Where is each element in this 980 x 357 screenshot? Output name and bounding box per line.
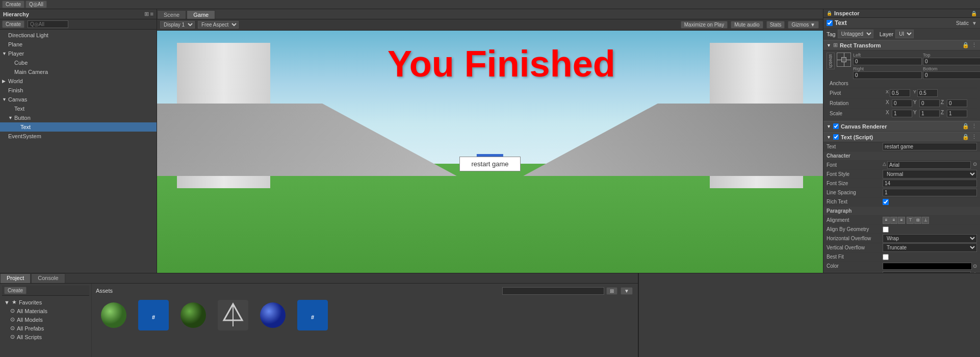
hierarchy-item-button-text[interactable]: Text [0,122,157,132]
rt-left-input[interactable] [853,58,922,65]
hierarchy-item-main-camera[interactable]: Main Camera [0,67,157,76]
assets-view-button[interactable]: ⊞ [606,287,617,295]
text-script-title: Text (Script) [841,134,873,140]
canvas-renderer-checkbox[interactable] [833,123,839,129]
hierarchy-item-finish[interactable]: Finish [0,86,157,95]
create-button[interactable]: Create [2,1,24,8]
asset-thumbnail-unity [218,300,248,330]
text-script-menu-icon[interactable]: ⋮ [971,134,977,140]
scale-x-input[interactable] [892,110,912,117]
rich-text-checkbox[interactable] [883,199,889,205]
rect-transform-lock-icon[interactable]: 🔒 [962,42,969,48]
project-assets-area: Assets ⊞ ▼ [92,284,638,357]
canvas-renderer-section-header[interactable]: ▼ Canvas Renderer 🔒 ⋮ [823,121,980,132]
hierarchy-item-event-system[interactable]: EventSystem [0,132,157,141]
pivot-y-input[interactable] [917,89,938,97]
layer-select[interactable]: UI [895,30,914,38]
text-script-section-header[interactable]: ▼ Text (Script) 🔒 ⋮ [823,132,980,142]
tab-project[interactable]: Project [0,273,31,283]
align-middle-btn[interactable]: ⊟ [914,217,921,224]
align-center-btn[interactable]: ≡ [890,217,897,224]
hierarchy-item-cube[interactable]: Cube [0,58,157,67]
asset-item-unity[interactable] [215,300,251,332]
hierarchy-item-text[interactable]: Text [0,104,157,113]
asset-item-csharp2[interactable]: # [295,300,330,332]
rt-bottom-input[interactable] [923,71,980,79]
text-value-input[interactable] [883,143,977,150]
hierarchy-item-world[interactable]: ▶World [0,76,157,86]
tag-select[interactable]: Untagged [838,30,873,38]
best-fit-checkbox[interactable] [883,254,889,260]
stats-button[interactable]: Stats [766,21,785,29]
rt-right-field: Right [853,66,922,79]
canvas-renderer-lock-icon[interactable]: 🔒 [962,123,969,130]
scale-z-input[interactable] [947,110,967,117]
sidebar-item-favorites[interactable]: ▼ ★ Favorites [2,298,89,307]
search-all-button[interactable]: Q◎All [25,1,47,8]
hierarchy-item-canvas[interactable]: ▼Canvas [0,95,157,104]
text-script-checkbox[interactable] [833,134,839,140]
aspect-select[interactable]: Free Aspect [198,21,239,29]
hierarchy-item-player[interactable]: ▼Player [0,49,157,58]
maximize-on-play-button[interactable]: Maximize on Play [681,21,728,29]
align-right-btn[interactable]: ≡ [898,217,905,224]
all-scripts-icon: ⊙ [10,334,15,340]
restart-game-button[interactable]: restart game [459,157,521,171]
align-bottom-btn[interactable]: ⊥ [922,217,929,224]
object-active-checkbox[interactable] [827,20,833,26]
rt-top-input[interactable] [923,58,980,65]
sidebar-item-all-models[interactable]: ⊙ All Models [2,315,89,324]
vert-overflow-select[interactable]: Truncate [883,243,977,252]
horiz-overflow-select[interactable]: Wrap [883,234,977,243]
font-input[interactable] [887,161,971,169]
hierarchy-item-directional-light[interactable]: Directional Light [0,31,157,40]
rect-transform-menu-icon[interactable]: ⋮ [971,42,977,48]
font-select-icon[interactable]: ⊙ [973,161,977,169]
align-top-btn[interactable]: ⊤ [907,217,914,224]
hierarchy-search-input[interactable] [28,20,68,28]
tab-scene[interactable]: Scene [157,10,186,19]
rt-right-input[interactable] [853,71,922,79]
hierarchy-item-plane[interactable]: Plane [0,40,157,49]
font-size-input[interactable] [883,180,977,187]
asset-item-sphere2[interactable] [175,300,211,332]
asset-item-csharp1[interactable]: # [136,300,171,332]
static-dropdown-icon[interactable]: ▼ [972,20,977,26]
scale-y-input[interactable] [919,110,940,117]
svg-text:#: # [311,314,314,320]
asset-item-sphere3[interactable] [255,300,291,332]
horiz-overflow-field: Horizontal Overflow Wrap [823,234,980,243]
tab-console[interactable]: Console [31,273,65,283]
assets-search-input[interactable] [502,287,604,295]
rotation-x-input[interactable] [892,99,912,107]
line-spacing-input[interactable] [883,189,977,196]
align-by-geo-checkbox[interactable] [883,226,889,233]
layer-label: Layer [880,31,894,37]
mute-audio-button[interactable]: Mute audio [731,21,763,29]
color-picker-icon[interactable]: ⊙ [973,263,977,269]
rich-text-label: Rich Text [827,199,883,205]
rotation-z-input[interactable] [947,99,967,107]
sidebar-item-all-prefabs[interactable]: ⊙ All Prefabs [2,324,89,333]
pivot-x-input[interactable] [890,89,910,97]
text-script-lock-icon[interactable]: 🔒 [962,134,969,140]
anchor-widget[interactable] [837,53,851,67]
color-swatch[interactable] [883,263,972,270]
rotation-y-input[interactable] [919,99,940,107]
hierarchy-icons: ⊞ ≡ [144,11,153,17]
rect-transform-section-header[interactable]: ▼ ⊞ Rect Transform 🔒 ⋮ [823,40,980,50]
display-select[interactable]: Display 1 [160,21,195,29]
align-left-btn[interactable]: ≡ [883,217,890,224]
project-create-button[interactable]: Create [4,287,27,294]
hierarchy-item-button[interactable]: ▼Button [0,113,157,122]
gizmos-button[interactable]: Gizmos ▼ [788,21,819,29]
inspector-lock-icon[interactable]: 🔒 [971,11,977,16]
font-style-select[interactable]: Normal [883,170,977,178]
canvas-renderer-menu-icon[interactable]: ⋮ [971,123,977,130]
sidebar-item-all-scripts[interactable]: ⊙ All Scripts [2,333,89,341]
tab-game[interactable]: Game [187,10,215,19]
sidebar-item-all-materials[interactable]: ⊙ All Materials [2,307,89,315]
hierarchy-create-button[interactable]: Create [2,20,24,28]
assets-filter-button[interactable]: ▼ [621,287,633,295]
asset-item-sphere[interactable] [96,300,132,332]
